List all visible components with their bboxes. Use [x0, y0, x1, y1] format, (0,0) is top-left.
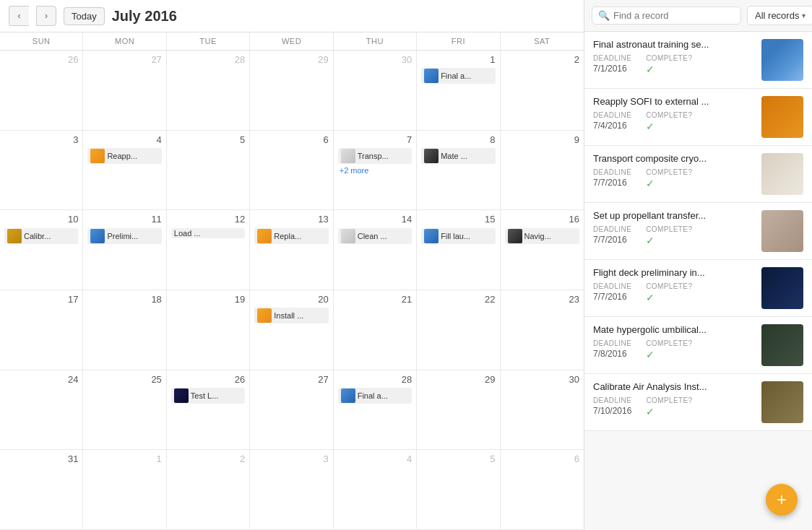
calendar-cell[interactable]: 3 — [0, 131, 83, 211]
calendar-cell[interactable]: 31 — [0, 450, 83, 530]
calendar-cell[interactable]: 26Test L... — [167, 370, 250, 451]
event-item[interactable]: Repla... — [254, 228, 328, 244]
day-number: 4 — [157, 134, 162, 147]
calendar-cell[interactable]: 13Repla... — [250, 210, 333, 290]
calendar-cell[interactable]: 27 — [83, 51, 166, 131]
event-item[interactable]: Install ... — [254, 308, 328, 323]
day-number: 5 — [240, 134, 245, 147]
event-item[interactable]: Prelimi... — [87, 228, 161, 244]
calendar-cell[interactable]: 14Clean ... — [334, 210, 417, 290]
search-box[interactable]: 🔍 — [592, 6, 741, 25]
calendar-cell[interactable]: 21 — [334, 290, 417, 370]
calendar-cell[interactable]: 22 — [417, 290, 500, 370]
calendar-cell[interactable]: 30 — [334, 51, 417, 131]
record-meta: DEADLINE7/7/2016COMPLETE?✓ — [593, 225, 754, 246]
event-thumbnail — [257, 229, 272, 243]
deadline-label: DEADLINE — [593, 396, 631, 404]
day-number: 3 — [73, 134, 78, 147]
day-number: 29 — [318, 53, 328, 66]
calendar-cell[interactable]: 1 — [83, 450, 166, 530]
day-number: 1 — [490, 53, 495, 66]
deadline-label: DEADLINE — [593, 111, 631, 119]
calendar-cell[interactable]: 24 — [0, 370, 83, 451]
event-item[interactable]: Final a... — [421, 68, 495, 84]
event-item[interactable]: Mate ... — [421, 148, 495, 164]
calendar-cell[interactable]: 7Transp...+2 more — [334, 131, 417, 211]
event-thumbnail — [341, 388, 355, 403]
calendar-cell[interactable]: 4Reapp... — [83, 131, 166, 211]
event-item[interactable]: Navig... — [505, 228, 579, 244]
event-item[interactable]: Load ... — [171, 228, 245, 238]
deadline-value: 7/1/2016 — [593, 64, 631, 74]
add-record-button[interactable]: + — [766, 484, 798, 516]
record-card[interactable]: Flight deck preliminary in...DEADLINE7/7… — [584, 260, 812, 317]
complete-check: ✓ — [646, 292, 692, 303]
record-title: Flight deck preliminary in... — [593, 267, 754, 278]
search-input[interactable] — [613, 10, 735, 21]
calendar-cell[interactable]: 9 — [501, 131, 584, 211]
deadline-column: DEADLINE7/1/2016 — [593, 54, 631, 75]
calendar-cell[interactable]: 20Install ... — [250, 290, 333, 370]
calendar-cell[interactable]: 5 — [417, 450, 500, 530]
event-label: Fill lau... — [441, 232, 492, 240]
deadline-column: DEADLINE7/7/2016 — [593, 168, 631, 189]
record-card[interactable]: Calibrate Air Analysis Inst...DEADLINE7/… — [584, 374, 812, 431]
calendar-cell[interactable]: 8Mate ... — [417, 131, 500, 211]
event-item[interactable]: Reapp... — [87, 148, 161, 164]
prev-month-button[interactable]: ‹ — [9, 6, 29, 26]
event-item[interactable]: Final a... — [338, 388, 412, 404]
day-number: 8 — [490, 134, 495, 147]
calendar-cell[interactable]: 2 — [501, 51, 584, 131]
event-item[interactable]: Clean ... — [338, 228, 412, 244]
calendar-cell[interactable]: 23 — [501, 290, 584, 370]
filter-button[interactable]: All records ▾ — [747, 6, 812, 25]
calendar-cell[interactable]: 28Final a... — [334, 370, 417, 451]
record-card[interactable]: Reapply SOFI to external ...DEADLINE7/4/… — [584, 89, 812, 146]
complete-check: ✓ — [646, 235, 692, 246]
calendar-cell[interactable]: 30 — [501, 370, 584, 451]
calendar-cell[interactable]: 16Navig... — [501, 210, 584, 290]
event-item[interactable]: Test L... — [171, 388, 245, 404]
event-thumbnail — [341, 229, 355, 243]
calendar-cell[interactable]: 4 — [334, 450, 417, 530]
record-card[interactable]: Final astronaut training se...DEADLINE7/… — [584, 32, 812, 89]
day-header-mon: MON — [83, 32, 166, 50]
today-button[interactable]: Today — [64, 7, 105, 25]
record-title: Reapply SOFI to external ... — [593, 96, 754, 107]
more-events-link[interactable]: +2 more — [338, 165, 412, 175]
event-item[interactable]: Transp... — [338, 148, 412, 164]
calendar-cell[interactable]: 12Load ... — [167, 210, 250, 290]
calendar-cell[interactable]: 29 — [417, 370, 500, 451]
record-card[interactable]: Mate hypergolic umbilical...DEADLINE7/8/… — [584, 317, 812, 374]
calendar-cell[interactable]: 6 — [250, 131, 333, 211]
event-item[interactable]: Fill lau... — [421, 228, 495, 244]
calendar-cell[interactable]: 3 — [250, 450, 333, 530]
record-info: Flight deck preliminary in...DEADLINE7/7… — [593, 267, 754, 309]
calendar-cell[interactable]: 28 — [167, 51, 250, 131]
calendar-cell[interactable]: 11Prelimi... — [83, 210, 166, 290]
record-card[interactable]: Transport composite cryo...DEADLINE7/7/2… — [584, 146, 812, 203]
event-thumbnail — [424, 149, 439, 163]
calendar-cell[interactable]: 15Fill lau... — [417, 210, 500, 290]
calendar-cell[interactable]: 1Final a... — [417, 51, 500, 131]
calendar-cell[interactable]: 26 — [0, 51, 83, 131]
calendar-cell[interactable]: 6 — [501, 450, 584, 530]
calendar-cell[interactable]: 18 — [83, 290, 166, 370]
event-label: Prelimi... — [107, 232, 158, 240]
calendar-cell[interactable]: 2 — [167, 450, 250, 530]
calendar-cell[interactable]: 19 — [167, 290, 250, 370]
calendar-cell[interactable]: 27 — [250, 370, 333, 451]
calendar-cell[interactable]: 10Calibr... — [0, 210, 83, 290]
calendar-cell[interactable]: 29 — [250, 51, 333, 131]
calendar-cell[interactable]: 17 — [0, 290, 83, 370]
calendar-cell[interactable]: 5 — [167, 131, 250, 211]
calendar-cell[interactable]: 25 — [83, 370, 166, 451]
record-info: Calibrate Air Analysis Inst...DEADLINE7/… — [593, 381, 754, 423]
next-month-button[interactable]: › — [36, 6, 56, 26]
event-label: Clean ... — [358, 232, 409, 240]
deadline-column: DEADLINE7/7/2016 — [593, 282, 631, 303]
complete-check: ✓ — [646, 406, 692, 417]
record-card[interactable]: Set up propellant transfer...DEADLINE7/7… — [584, 203, 812, 260]
event-item[interactable]: Calibr... — [4, 228, 78, 244]
deadline-value: 7/7/2016 — [593, 235, 631, 245]
